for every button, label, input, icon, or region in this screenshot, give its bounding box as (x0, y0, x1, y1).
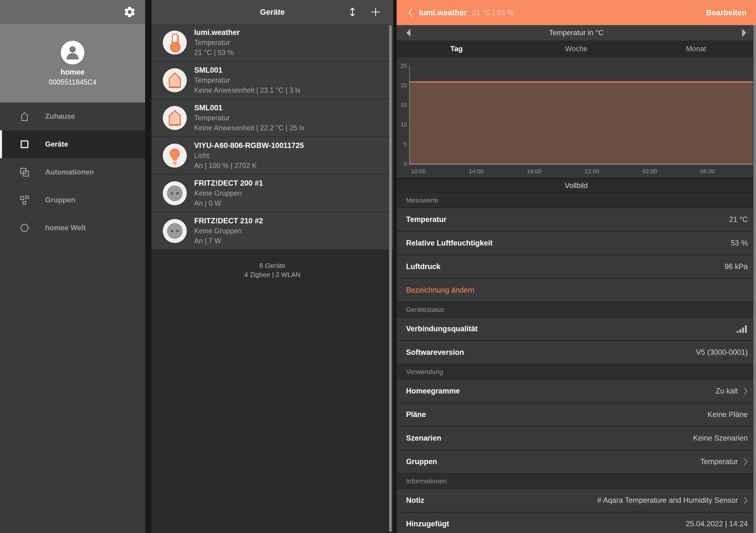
detail-row-luftdruck: Luftdruck96 kPa (397, 255, 756, 279)
device-subtitle: Licht (194, 152, 304, 160)
y-axis-tick: 10 (401, 121, 407, 128)
sidebar-header (0, 0, 145, 24)
detail-subtitle: 21 °C | 53 % (472, 9, 514, 17)
detail-row-szenarien: SzenarienKeine Szenarien (397, 427, 756, 450)
sort-icon[interactable] (347, 7, 358, 17)
groups-icon (19, 194, 30, 206)
x-axis-tick: 18:00 (527, 168, 541, 175)
socket-icon (163, 219, 187, 243)
detail-title: lumi.weather (419, 8, 467, 17)
y-axis-tick: 5 (404, 141, 407, 147)
sidebar-item-ger-te[interactable]: Geräte (0, 130, 145, 158)
edit-button[interactable]: Bearbeiten (706, 8, 746, 17)
tab-monat[interactable]: Monat (636, 41, 756, 57)
detail-row-temperatur: Temperatur21 °C (397, 208, 756, 232)
row-value: V5 (3000-0001) (696, 348, 748, 356)
x-axis-tick: 02:00 (642, 168, 657, 175)
temperature-chart: 051015202510:0014:0018:0022:0002:0006:00 (397, 57, 756, 178)
hub-avatar[interactable] (61, 41, 84, 64)
automations-icon (19, 166, 30, 178)
section-header-messwerte: Messwerte (397, 193, 756, 208)
device-list-footer: 6 Geräte 4 Zigbee | 2 WLAN (151, 261, 393, 279)
detail-row-gruppen[interactable]: GruppenTemperatur (397, 450, 756, 474)
device-texts: SML001 Temperatur Keine Anwesenheit | 23… (194, 66, 300, 95)
chart-title: Temperatur in °C (397, 25, 756, 41)
sidebar-item-label: homee Welt (45, 224, 86, 232)
detail-row-softwareversion: SoftwareversionV5 (3000-0001) (397, 341, 756, 364)
device-row[interactable]: SML001 Temperatur Keine Anwesenheit | 23… (151, 62, 393, 99)
chart-next-icon[interactable] (742, 29, 746, 37)
chevron-right-icon (743, 497, 748, 504)
device-count: 6 Geräte (151, 261, 393, 270)
device-name: FRITZ!DECT 210 #2 (194, 217, 263, 225)
row-value: 96 kPa (725, 262, 748, 271)
tab-tag[interactable]: Tag (397, 41, 517, 57)
detail-row-verbindungsqualit-t: Verbindungsqualität (397, 317, 756, 341)
chevron-right-icon (743, 458, 748, 465)
row-label: Verbindungsqualität (406, 324, 478, 333)
detail-row-homeegramme[interactable]: HomeegrammeZu kalt (397, 379, 756, 403)
row-value: Zu kalt (716, 387, 738, 395)
device-name: lumi.weather (194, 28, 240, 37)
device-status: An | 100 % | 2702 K (194, 161, 304, 170)
y-axis-tick: 0 (404, 160, 407, 167)
add-device-icon[interactable] (370, 7, 381, 17)
socket-icon (163, 181, 187, 205)
house-icon (163, 68, 187, 92)
sidebar-item-zuhause[interactable]: Zuhause (0, 102, 145, 130)
device-subtitle: Keine Gruppen (194, 189, 263, 197)
device-list-scrollbar[interactable] (389, 25, 392, 532)
device-subtitle: Temperatur (194, 114, 304, 122)
sidebar-item-label: Automationen (45, 168, 94, 176)
tab-woche[interactable]: Woche (517, 41, 636, 57)
device-subtitle: Keine Gruppen (194, 227, 263, 235)
sidebar-item-automationen[interactable]: Automationen (0, 158, 145, 186)
device-row[interactable]: VIYU-A60-806-RGBW-10011725 Licht An | 10… (151, 137, 393, 175)
detail-row-hinzugef-gt: Hinzugefügt25.04.2022 | 14:24 (397, 512, 756, 533)
row-label: Homeegramme (406, 387, 460, 395)
sidebar-item-label: Gruppen (45, 196, 75, 204)
row-label: Temperatur (406, 215, 446, 224)
device-subtitle: Temperatur (194, 39, 240, 47)
device-row[interactable]: FRITZ!DECT 210 #2 Keine Gruppen An | 7 W (151, 212, 393, 250)
row-value: 21 °C (729, 215, 748, 224)
device-status: Keine Anwesenheit | 23.1 °C | 3 lx (194, 86, 300, 95)
row-label: Luftdruck (406, 262, 440, 271)
chart-plot: 051015202510:0014:0018:0022:0002:0006:00 (409, 66, 753, 164)
row-value: 25.04.2022 | 14:24 (686, 519, 748, 528)
row-value: 53 % (731, 239, 748, 247)
signal-bars-icon (737, 324, 748, 333)
device-row[interactable]: lumi.weather Temperatur 21 °C | 53 % (151, 24, 393, 62)
device-row[interactable]: FRITZ!DECT 200 #1 Keine Gruppen An | 0 W (151, 175, 393, 212)
hub-id: 0005511845C4 (0, 78, 145, 86)
device-status: 21 °C | 53 % (194, 48, 240, 57)
chart-line (410, 81, 753, 82)
section-header-informationen: Informationen (397, 474, 756, 489)
chevron-right-icon (743, 387, 748, 395)
row-label: Relative Luftfeuchtigkeit (406, 239, 493, 247)
device-name: FRITZ!DECT 200 #1 (194, 179, 263, 187)
sidebar-item-homee-welt[interactable]: homee Welt (0, 214, 145, 242)
sidebar-item-gruppen[interactable]: Gruppen (0, 186, 145, 214)
device-texts: SML001 Temperatur Keine Anwesenheit | 22… (194, 104, 304, 132)
sidebar: homee 0005511845C4 ZuhauseGeräteAutomati… (0, 0, 145, 533)
device-protocols: 4 Zigbee | 2 WLAN (151, 270, 393, 279)
device-subtitle: Temperatur (194, 76, 300, 84)
detail-row-bezeichnung-ndern[interactable]: Bezeichnung ändern (397, 279, 756, 302)
y-axis-tick: 15 (401, 102, 407, 108)
chart-nav: Temperatur in °C (397, 25, 756, 41)
x-axis-tick: 10:00 (411, 168, 426, 175)
homee-world-icon (19, 222, 30, 234)
y-axis-tick: 25 (401, 62, 407, 69)
back-icon[interactable] (407, 8, 414, 17)
device-texts: FRITZ!DECT 210 #2 Keine Gruppen An | 7 W (194, 217, 263, 245)
detail-row-notiz[interactable]: Notiz# Aqara Temperature and Humidity Se… (397, 489, 756, 512)
device-row[interactable]: SML001 Temperatur Keine Anwesenheit | 22… (151, 99, 393, 137)
detail-row-relative-luftfeuchtigkeit: Relative Luftfeuchtigkeit53 % (397, 232, 756, 255)
fullscreen-button[interactable]: Vollbild (397, 179, 756, 192)
gear-icon[interactable] (123, 6, 136, 18)
sidebar-menu: ZuhauseGeräteAutomationenGruppenhomee We… (0, 102, 145, 242)
device-list-pane: Geräte lumi.weather Temperatur 21 °C | 5… (151, 0, 393, 533)
home-icon (19, 111, 30, 122)
detail-scrollbar[interactable] (753, 25, 756, 533)
